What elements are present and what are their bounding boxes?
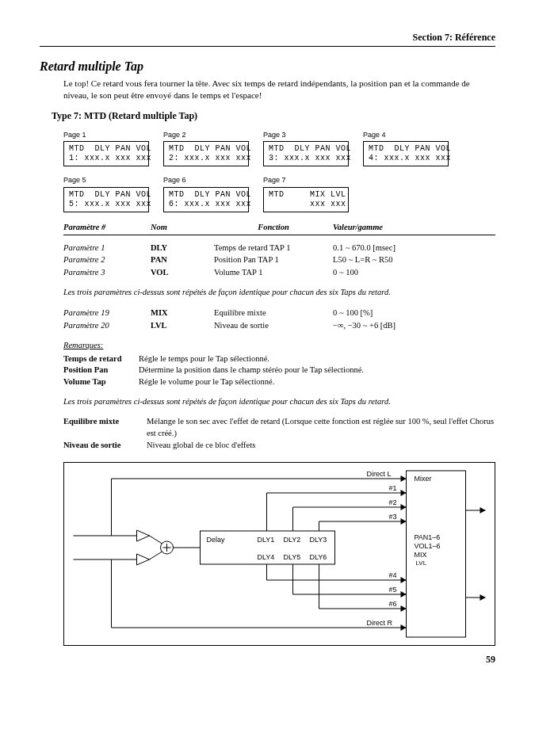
remark-row: Temps de retardRégle le temps pour le Ta… [63, 353, 495, 365]
svg-text:DLY4: DLY4 [258, 553, 275, 561]
param-row: Paramètre 3VOLVolume TAP 10 ~ 100 [63, 266, 495, 279]
lcd-label: Page 2 [163, 131, 249, 140]
lcd-row-2: Page 5 MTD DLY PAN VOL 5: xxx.x xxx xxx … [63, 176, 495, 212]
svg-marker-56 [401, 624, 407, 631]
diagram-svg: Delay DLY1 DLY2 DLY3 DLY4 DLY5 DLY6 Mixe… [64, 463, 495, 645]
lcd-screen: MTD DLY PAN VOL 2: xxx.x xxx xxx [163, 141, 249, 166]
signal-flow-diagram: Delay DLY1 DLY2 DLY3 DLY4 DLY5 DLY6 Mixe… [63, 462, 495, 646]
svg-marker-28 [401, 475, 407, 482]
svg-marker-36 [401, 504, 407, 510]
remarks-heading: Remarques: [63, 340, 495, 351]
lcd-label: Page 7 [263, 176, 349, 185]
svg-marker-3 [137, 554, 150, 565]
svg-text:#1: #1 [389, 484, 397, 492]
remarks-section: Remarques: Temps de retardRégle le temps… [63, 340, 495, 388]
param-table-1: Paramètre 1DLYTemps de retard TAP 10.1 ~… [63, 242, 495, 279]
svg-text:#6: #6 [389, 600, 397, 608]
svg-text:Direct L: Direct L [367, 470, 392, 478]
col-param: Paramètre # [63, 222, 151, 233]
lcd-page-2: Page 2 MTD DLY PAN VOL 2: xxx.x xxx xxx [163, 131, 249, 167]
svg-text:DLY5: DLY5 [284, 553, 301, 561]
note-2: Les trois paramètres ci-dessus sont répé… [63, 396, 495, 407]
svg-marker-48 [401, 591, 407, 598]
svg-marker-2 [137, 530, 150, 541]
page-title: Retard multiple Tap [40, 59, 495, 75]
svg-marker-52 [401, 605, 407, 612]
lcd-screen: MTD DLY PAN VOL 6: xxx.x xxx xxx [163, 187, 249, 212]
lcd-label: Page 1 [63, 131, 149, 140]
lcd-page-5: Page 5 MTD DLY PAN VOL 5: xxx.x xxx xxx [63, 176, 149, 212]
mixer-label: Mixer [415, 475, 432, 483]
svg-text:Direct R: Direct R [367, 619, 393, 627]
lcd-screen: MTD DLY PAN VOL 4: xxx.x xxx xxx [363, 141, 449, 166]
param-header: Paramètre # Nom Fonction Valeur/gamme [63, 222, 495, 235]
svg-line-8 [150, 552, 162, 559]
section-header: Section 7: Référence [40, 32, 495, 47]
svg-text:LVL: LVL [416, 559, 427, 567]
remark-row: Volume TapRégle le volume pour le Tap sé… [63, 376, 495, 388]
svg-marker-40 [401, 518, 407, 525]
svg-line-7 [150, 536, 162, 544]
svg-text:#3: #3 [389, 513, 397, 521]
svg-text:DLY3: DLY3 [310, 536, 327, 544]
intro-text: Le top! Ce retard vous fera tourner la t… [63, 78, 495, 101]
param-row: Paramètre 1DLYTemps de retard TAP 10.1 ~… [63, 242, 495, 254]
svg-marker-23 [480, 507, 486, 514]
lcd-page-6: Page 6 MTD DLY PAN VOL 6: xxx.x xxx xxx [163, 176, 249, 212]
svg-text:MIX: MIX [415, 551, 427, 559]
svg-text:DLY1: DLY1 [258, 536, 275, 544]
delay-label: Delay [207, 536, 226, 544]
note-1: Les trois paramètres ci-dessus sont répé… [63, 287, 495, 298]
lcd-row-1: Page 1 MTD DLY PAN VOL 1: xxx.x xxx xxx … [63, 131, 495, 167]
lcd-page-3: Page 3 MTD DLY PAN VOL 3: xxx.x xxx xxx [263, 131, 349, 167]
svg-text:#5: #5 [389, 586, 397, 594]
def-row: Niveau de sortieNiveau global de ce bloc… [63, 440, 495, 452]
lcd-screen: MTD DLY PAN VOL 5: xxx.x xxx xxx [63, 187, 149, 212]
lcd-page-4: Page 4 MTD DLY PAN VOL 4: xxx.x xxx xxx [363, 131, 449, 167]
svg-marker-44 [401, 577, 407, 583]
svg-text:DLY6: DLY6 [310, 553, 327, 561]
lcd-label: Page 5 [63, 176, 149, 185]
remark-row: Position PanDétermine la position dans l… [63, 365, 495, 376]
param-table-2: Paramètre 19MIXEquilibre mixte0 ~ 100 [%… [63, 307, 495, 332]
definitions: Equilibre mixteMélange le son sec avec l… [63, 416, 495, 451]
lcd-label: Page 3 [263, 131, 349, 140]
lcd-label: Page 6 [163, 176, 249, 185]
lcd-page-7: Page 7 MTD MIX LVL xxx xxx [263, 176, 349, 212]
col-name: Nom [151, 222, 214, 233]
param-row: Paramètre 20LVLNiveau de sortie−∞, −30 ~… [63, 319, 495, 332]
param-row: Paramètre 2PANPosition Pan TAP 1L50 ~ L=… [63, 254, 495, 266]
lcd-screen: MTD DLY PAN VOL 3: xxx.x xxx xxx [263, 141, 349, 166]
svg-text:VOL1–6: VOL1–6 [415, 542, 441, 550]
svg-marker-32 [401, 490, 407, 496]
col-value: Valeur/gamme [333, 222, 436, 233]
lcd-screen: MTD MIX LVL xxx xxx [263, 187, 349, 212]
page-number: 59 [40, 654, 495, 666]
param-row: Paramètre 19MIXEquilibre mixte0 ~ 100 [%… [63, 307, 495, 319]
type-heading: Type 7: MTD (Retard multiple Tap) [52, 110, 495, 123]
lcd-page-1: Page 1 MTD DLY PAN VOL 1: xxx.x xxx xxx [63, 131, 149, 167]
svg-text:#4: #4 [389, 571, 397, 579]
svg-text:PAN1–6: PAN1–6 [415, 533, 441, 541]
svg-text:#2: #2 [389, 498, 397, 506]
lcd-screen: MTD DLY PAN VOL 1: xxx.x xxx xxx [63, 141, 149, 166]
lcd-label: Page 4 [363, 131, 449, 140]
def-row: Equilibre mixteMélange le son sec avec l… [63, 416, 495, 439]
svg-marker-25 [480, 594, 486, 601]
col-function: Fonction [214, 222, 333, 233]
svg-text:DLY2: DLY2 [284, 536, 301, 544]
